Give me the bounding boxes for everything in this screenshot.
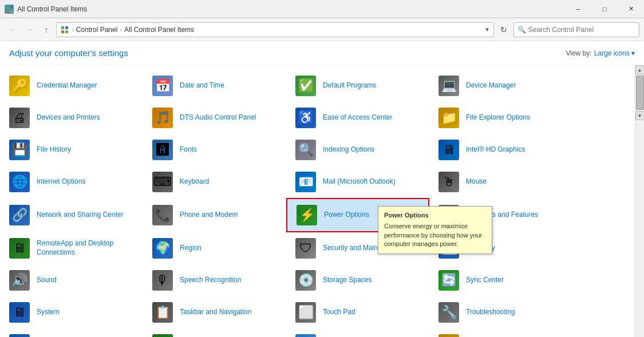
dts-audio-icon: 🎵 xyxy=(151,106,174,129)
region-icon: 🌍 xyxy=(151,237,174,260)
touchpad-label: Touch Pad xyxy=(323,308,355,317)
scrollbar-down[interactable]: ▼ xyxy=(635,111,645,120)
scrollbar-up[interactable]: ▲ xyxy=(635,65,645,74)
network-sharing-label: Network and Sharing Center xyxy=(37,211,123,220)
items-grid: 🔑Credential Manager📅Date and Time✅Defaul… xyxy=(0,70,635,337)
minimize-button[interactable]: ─ xyxy=(565,0,591,18)
item-credential-manager[interactable]: 🔑Credential Manager xyxy=(0,70,143,102)
network-sharing-icon: 🔗 xyxy=(8,204,31,227)
search-icon: 🔍 xyxy=(517,26,526,34)
item-ease-access[interactable]: ♿Ease of Access Center xyxy=(286,102,429,134)
item-devices-printers[interactable]: 🖨Devices and Printers xyxy=(0,102,143,134)
item-file-history[interactable]: 💾File History xyxy=(0,134,143,166)
item-touchpad[interactable]: ⬜Touch Pad xyxy=(286,296,429,328)
scrollbar-thumb[interactable] xyxy=(636,76,644,110)
item-phone-modem[interactable]: 📞Phone and Modem xyxy=(143,198,286,232)
close-button[interactable]: ✕ xyxy=(618,0,644,18)
title-bar-left: All Control Panel Items xyxy=(5,5,87,14)
file-explorer-label: File Explorer Options xyxy=(466,113,530,122)
item-date-time[interactable]: 📅Date and Time xyxy=(143,70,286,102)
device-manager-icon: 💻 xyxy=(437,74,460,97)
power-options-tooltip: Power Options Conserve energy or maximiz… xyxy=(378,206,492,254)
svg-rect-1 xyxy=(10,6,13,9)
file-history-icon: 💾 xyxy=(8,138,31,161)
devices-printers-label: Devices and Printers xyxy=(37,113,100,122)
storage-spaces-label: Storage Spaces xyxy=(323,276,372,285)
indexing-icon: 🔍 xyxy=(294,138,317,161)
item-keyboard[interactable]: ⌨Keyboard xyxy=(143,166,286,198)
indexing-label: Indexing Options xyxy=(323,145,374,154)
device-manager-label: Device Manager xyxy=(466,81,516,90)
item-work-folders[interactable]: 📁Work Folders xyxy=(429,328,572,337)
ease-access-icon: ♿ xyxy=(294,106,317,129)
item-sound[interactable]: 🔊Sound xyxy=(0,264,143,296)
mouse-label: Mouse xyxy=(466,177,487,187)
item-storage-spaces[interactable]: 💿Storage Spaces xyxy=(286,264,429,296)
item-internet-options[interactable]: 🌐Internet Options xyxy=(0,166,143,198)
page-header: Adjust your computer's settings View by:… xyxy=(0,41,644,65)
remoteapp-icon: 🖥 xyxy=(8,237,31,260)
keyboard-label: Keyboard xyxy=(180,177,209,187)
item-mail[interactable]: 📧Mail (Microsoft Outlook) xyxy=(286,166,429,198)
item-system[interactable]: 🖥System xyxy=(0,296,143,328)
forward-button[interactable]: → xyxy=(22,22,37,37)
scrollbar[interactable]: ▲ ▼ xyxy=(635,65,644,337)
item-region[interactable]: 🌍Region xyxy=(143,232,286,264)
internet-options-label: Internet Options xyxy=(37,177,85,187)
view-by-label: View by: xyxy=(566,49,591,57)
item-intel-hd[interactable]: 🖥Intel® HD Graphics xyxy=(429,134,572,166)
window-controls: ─ □ ✕ xyxy=(565,0,644,18)
default-programs-label: Default Programs xyxy=(323,81,376,90)
default-programs-icon: ✅ xyxy=(294,74,317,97)
item-troubleshooting[interactable]: 🔧Troubleshooting xyxy=(429,296,572,328)
path-sep1: › xyxy=(72,26,74,33)
dropdown-arrow[interactable]: ▼ xyxy=(484,26,490,33)
refresh-button[interactable]: ↻ xyxy=(496,22,511,37)
user-accounts-icon: 👤 xyxy=(8,333,31,337)
item-speech[interactable]: 🎙Speech Recognition xyxy=(143,264,286,296)
search-box[interactable]: 🔍 xyxy=(513,22,639,37)
svg-rect-6 xyxy=(61,30,64,33)
sound-icon: 🔊 xyxy=(8,269,31,292)
view-by: View by: Large icons ▾ xyxy=(566,49,635,57)
item-dts-audio[interactable]: 🎵DTS Audio Control Panel xyxy=(143,102,286,134)
item-windows-defender[interactable]: 🛡Windows Defender Firewall xyxy=(143,328,286,337)
item-device-manager[interactable]: 💻Device Manager xyxy=(429,70,572,102)
devices-printers-icon: 🖨 xyxy=(8,106,31,129)
item-sync-center[interactable]: 🔄Sync Center xyxy=(429,264,572,296)
ease-access-label: Ease of Access Center xyxy=(323,113,392,122)
address-path[interactable]: › Control Panel › All Control Panel Item… xyxy=(56,22,494,37)
main-area: 🔑Credential Manager📅Date and Time✅Defaul… xyxy=(0,65,644,337)
item-mouse[interactable]: 🖱Mouse xyxy=(429,166,572,198)
remoteapp-label: RemoteApp and Desktop Connections xyxy=(37,239,135,257)
sound-label: Sound xyxy=(37,276,57,285)
search-input[interactable] xyxy=(528,26,635,34)
item-default-programs[interactable]: ✅Default Programs xyxy=(286,70,429,102)
mail-icon: 📧 xyxy=(294,171,317,193)
item-network-sharing[interactable]: 🔗Network and Sharing Center xyxy=(0,198,143,232)
path-control-panel: Control Panel xyxy=(76,26,118,34)
region-label: Region xyxy=(180,244,202,253)
view-by-dropdown[interactable]: Large icons ▾ xyxy=(594,49,635,57)
item-fonts[interactable]: 🅰Fonts xyxy=(143,134,286,166)
tooltip-description: Conserve energy or maximize performance … xyxy=(384,222,486,248)
keyboard-icon: ⌨ xyxy=(151,171,174,193)
item-file-explorer[interactable]: 📁File Explorer Options xyxy=(429,102,572,134)
item-remoteapp[interactable]: 🖥RemoteApp and Desktop Connections xyxy=(0,232,143,264)
storage-spaces-icon: 💿 xyxy=(294,269,317,292)
back-button[interactable]: ← xyxy=(5,22,19,37)
date-time-label: Date and Time xyxy=(180,81,224,90)
maximize-button[interactable]: □ xyxy=(591,0,618,18)
phone-modem-label: Phone and Modem xyxy=(180,211,238,220)
file-history-label: File History xyxy=(37,145,71,154)
svg-rect-2 xyxy=(6,10,9,13)
tooltip-title: Power Options xyxy=(384,211,486,220)
item-user-accounts[interactable]: 👤User Accounts xyxy=(0,328,143,337)
fonts-icon: 🅰 xyxy=(151,138,174,161)
item-windows-mobility[interactable]: 📱Windows Mobility Center xyxy=(286,328,429,337)
item-taskbar[interactable]: 📋Taskbar and Navigation xyxy=(143,296,286,328)
up-button[interactable]: ↑ xyxy=(39,22,54,37)
item-indexing[interactable]: 🔍Indexing Options xyxy=(286,134,429,166)
mail-label: Mail (Microsoft Outlook) xyxy=(323,177,396,187)
svg-rect-5 xyxy=(65,26,68,29)
